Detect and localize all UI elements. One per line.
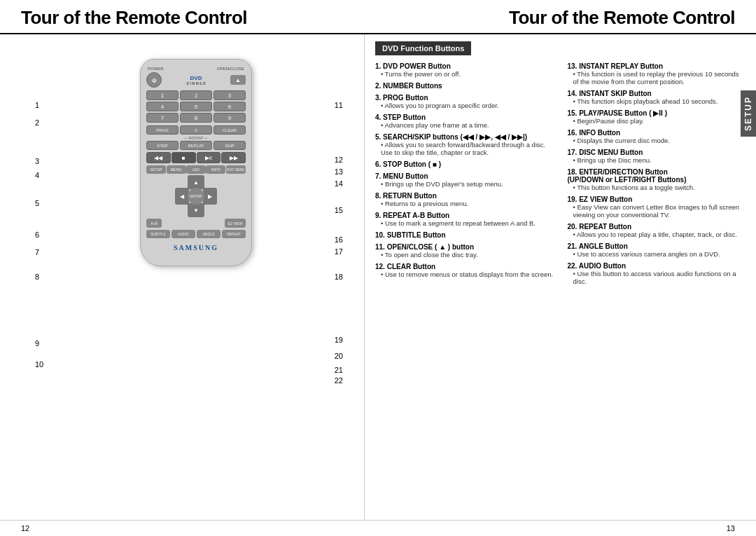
- page-number-right: 13: [727, 524, 735, 532]
- open-close-label: OPEN/CLOSE: [217, 67, 244, 71]
- remote-top-row: ⏻ DVD D I M M E R ▲: [146, 72, 246, 88]
- num-btn-3[interactable]: 3: [214, 90, 246, 100]
- rewind-button[interactable]: ◀◀: [146, 152, 171, 163]
- callout-8: 8: [35, 273, 39, 281]
- info-button[interactable]: INFO: [206, 165, 225, 174]
- ezview-button[interactable]: EZ VIEW: [225, 219, 246, 228]
- main-content: 1 2 3 4 5 6 7 8 9 10 POWER OPEN/CLOSE: [0, 34, 756, 520]
- btn-desc-10: 10. SUBTITLE Button: [375, 231, 554, 239]
- enter-button[interactable]: ENTER: [188, 188, 204, 205]
- callout-14: 14: [335, 179, 343, 188]
- btn-desc-6: 6. STOP Button ( ■ ): [375, 160, 554, 168]
- page-header: Tour of the Remote Control Tour of the R…: [0, 0, 756, 34]
- callout-16: 16: [335, 235, 343, 244]
- power-button[interactable]: ⏻: [146, 72, 162, 88]
- angle-button[interactable]: ANGLE: [197, 230, 220, 238]
- subtitle-button[interactable]: SUBTITLE: [146, 230, 170, 238]
- num-btn-0[interactable]: 0: [180, 125, 212, 135]
- play-pause-button[interactable]: ▶II: [197, 152, 221, 163]
- dvd-section-header: DVD Function Buttons: [375, 41, 471, 55]
- btn-desc-9: 9. REPEAT A-B Button Use to mark a segme…: [375, 212, 554, 227]
- btn-desc-5: 5. SEARCH/SKIP buttons (◀◀ / ▶▶, ◀◀ / ▶▶…: [375, 133, 554, 156]
- callout-4: 4: [35, 171, 39, 179]
- replay-button[interactable]: REPLAY: [180, 141, 212, 150]
- callout-5: 5: [35, 199, 39, 207]
- bottom-row: A-B EZ VIEW: [146, 219, 246, 228]
- led-button[interactable]: LED: [186, 165, 206, 174]
- setup-button[interactable]: SETUP: [146, 165, 166, 174]
- btn-desc-15: 15. PLAY/PAUSE Button ( ▶II ) Begin/Paus…: [568, 109, 746, 125]
- btn-desc-21: 21. ANGLE Button Use to access various c…: [568, 242, 746, 258]
- btn-desc-18: 18. ENTER/DIRECTION Button (UP/DOWN or L…: [568, 168, 746, 191]
- menu-row: SETUP MENU LED INFO DISC MENU: [146, 165, 246, 174]
- skip-button[interactable]: SKIP: [214, 141, 246, 150]
- btn-desc-16: 16. INFO Button Displays the current dis…: [568, 129, 746, 144]
- prog-button[interactable]: PROG: [146, 125, 178, 135]
- num-btn-9[interactable]: 9: [214, 113, 246, 123]
- audio-button[interactable]: AUDIO: [172, 230, 195, 238]
- dpad-right[interactable]: ▶: [203, 188, 217, 205]
- disc-menu-button[interactable]: DISC MENU: [226, 165, 246, 174]
- callout-13: 13: [335, 167, 343, 176]
- fast-forward-button[interactable]: ▶▶: [221, 152, 246, 163]
- dpad-left[interactable]: ◀: [175, 188, 189, 205]
- callout-18: 18: [335, 273, 343, 281]
- callout-1: 1: [35, 101, 39, 109]
- btn-desc-4: 4. STEP Button Advances play one frame a…: [375, 114, 554, 129]
- remote-top-labels: POWER OPEN/CLOSE: [146, 67, 246, 71]
- num-btn-6[interactable]: 6: [214, 102, 246, 111]
- callout-12: 12: [335, 156, 343, 164]
- callout-2: 2: [35, 118, 39, 127]
- left-page-title: Tour of the Remote Control: [21, 7, 247, 29]
- callout-11: 11: [335, 101, 343, 109]
- page-number-left: 12: [21, 524, 29, 532]
- remote-body: POWER OPEN/CLOSE ⏻ DVD D I M M E R ▲: [140, 59, 252, 266]
- repeat-ab-button[interactable]: A-B: [146, 219, 162, 228]
- callout-3: 3: [35, 157, 39, 165]
- stop-button[interactable]: ■: [172, 152, 196, 163]
- callout-15: 15: [335, 206, 343, 214]
- num-btn-7[interactable]: 7: [146, 113, 178, 123]
- right-page-title: Tour of the Remote Control: [509, 7, 735, 29]
- transport-row: ◀◀ ■ ▶II ▶▶: [146, 152, 246, 163]
- num-btn-2[interactable]: 2: [180, 90, 212, 100]
- num-btn-8[interactable]: 8: [180, 113, 212, 123]
- remote-diagram: 1 2 3 4 5 6 7 8 9 10 POWER OPEN/CLOSE: [14, 45, 350, 509]
- dvd-logo: DVD D I M M E R: [186, 75, 205, 85]
- clear-button[interactable]: CLEAR: [214, 125, 246, 135]
- btn-desc-1: 1. DVD POWER Button Turns the power on o…: [375, 62, 554, 78]
- btn-desc-8: 8. RETURN Button Returns to a previous m…: [375, 192, 554, 207]
- btn-desc-7: 7. MENU Button Brings up the DVD player'…: [375, 172, 554, 188]
- btn-desc-20: 20. REPEAT Button Allows you to repeat p…: [568, 223, 746, 238]
- callout-21: 21: [335, 366, 343, 374]
- dpad-container: ▲ ▼ ◀ ▶ ENTER: [146, 175, 246, 217]
- num-btn-1[interactable]: 1: [146, 90, 178, 100]
- num-btn-4[interactable]: 4: [146, 102, 178, 111]
- step-button[interactable]: STEP: [146, 141, 178, 150]
- btn-desc-2: 2. NUMBER Buttons: [375, 82, 554, 90]
- callout-17: 17: [335, 247, 343, 256]
- left-page: 1 2 3 4 5 6 7 8 9 10 POWER OPEN/CLOSE: [0, 34, 364, 520]
- repeat-button[interactable]: REPEAT: [222, 230, 246, 238]
- dpad-down[interactable]: ▼: [188, 203, 204, 217]
- callout-22: 22: [335, 376, 343, 385]
- callout-7: 7: [35, 248, 39, 256]
- btn-desc-12: 12. CLEAR Button Use to remove menus or …: [375, 263, 554, 278]
- callout-10: 10: [35, 360, 43, 369]
- samsung-logo: SAMSUNG: [146, 244, 246, 252]
- callout-9: 9: [35, 339, 39, 348]
- number-grid: 1 2 3 4 5 6 7 8 9: [146, 90, 246, 123]
- prog-row: PROG 0 CLEAR: [146, 125, 246, 135]
- eject-button[interactable]: ▲: [230, 75, 246, 85]
- btn-desc-14: 14. INSTANT SKIP Button This function sk…: [568, 90, 746, 105]
- descriptions-left-col: 1. DVD POWER Button Turns the power on o…: [375, 62, 554, 289]
- num-btn-5[interactable]: 5: [180, 102, 212, 111]
- btn-desc-19: 19. EZ VIEW Button Easy View can convert…: [568, 195, 746, 219]
- btn-desc-17: 17. DISC MENU Button Brings up the Disc …: [568, 149, 746, 164]
- dpad-up[interactable]: ▲: [188, 175, 204, 189]
- dpad: ▲ ▼ ◀ ▶ ENTER: [175, 175, 217, 217]
- menu-button[interactable]: MENU: [167, 165, 186, 174]
- btn-desc-11: 11. OPEN/CLOSE ( ▲ ) button To open and …: [375, 243, 554, 259]
- setup-tab: SETUP: [741, 90, 756, 137]
- callout-6: 6: [35, 231, 39, 239]
